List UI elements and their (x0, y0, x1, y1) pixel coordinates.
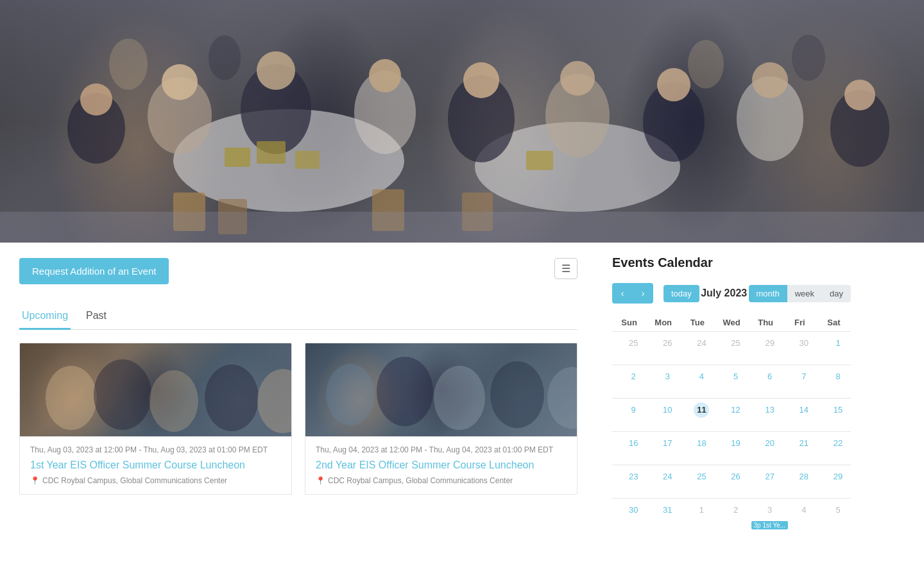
event-card-2[interactable]: Thu, Aug 04, 2023 at 12:00 PM - Thu, Aug… (305, 343, 578, 495)
cal-day-3-4[interactable]: 20 (749, 432, 783, 465)
calendar-day-view-button[interactable]: day (822, 285, 851, 302)
cal-day-0-6[interactable]: 1 (817, 332, 851, 365)
location-icon-1: 📍 (30, 476, 40, 485)
svg-point-29 (209, 35, 241, 80)
list-view-button[interactable]: ☰ (554, 258, 578, 279)
svg-rect-26 (295, 151, 320, 169)
svg-point-30 (688, 40, 724, 89)
calendar-section: Events Calendar ‹ › today July 2023 mont… (597, 243, 866, 545)
cal-day-3-0[interactable]: 16 (612, 432, 646, 465)
svg-rect-24 (225, 148, 250, 167)
cal-day-5-1[interactable]: 31 (646, 499, 680, 532)
cal-day-3-5[interactable]: 21 (783, 432, 817, 465)
event-card-1[interactable]: Thu, Aug 03, 2023 at 12:00 PM - Thu, Aug… (19, 343, 292, 495)
svg-point-39 (377, 357, 433, 426)
svg-rect-32 (0, 212, 924, 243)
cal-day-5-3[interactable]: 2 (714, 499, 748, 532)
svg-point-15 (463, 62, 499, 98)
cal-day-4-1[interactable]: 24 (646, 465, 680, 499)
event-title-2[interactable]: 2nd Year EIS Officer Summer Course Lunch… (316, 459, 567, 471)
cal-day-4-4[interactable]: 27 (749, 465, 783, 499)
cal-day-0-5[interactable]: 30 (783, 332, 817, 365)
cal-day-1-4[interactable]: 6 (749, 365, 783, 399)
calendar-prev-button[interactable]: ‹ (612, 283, 633, 304)
cal-day-2-3[interactable]: 12 (714, 399, 748, 432)
cal-day-5-4[interactable]: 33p 1st Ye... (749, 499, 783, 532)
calendar-month-view-button[interactable]: month (749, 285, 787, 302)
cal-header-sun: Sun (612, 314, 646, 332)
cal-day-0-0[interactable]: 25 (612, 332, 646, 365)
calendar-nav: ‹ › (612, 283, 653, 304)
cal-day-4-5[interactable]: 28 (783, 465, 817, 499)
cal-day-5-2[interactable]: 1 (680, 499, 714, 532)
cal-day-2-6[interactable]: 15 (817, 399, 851, 432)
cal-day-1-6[interactable]: 8 (817, 365, 851, 399)
svg-point-31 (792, 35, 825, 81)
list-icon: ☰ (561, 263, 570, 274)
svg-rect-27 (526, 151, 553, 170)
cal-day-3-1[interactable]: 17 (646, 432, 680, 465)
cal-day-2-0[interactable]: 9 (612, 399, 646, 432)
cal-header-sat: Sat (817, 314, 851, 332)
event-title-1[interactable]: 1st Year EIS Officer Summer Course Lunch… (30, 459, 281, 471)
cal-day-0-4[interactable]: 29 (749, 332, 783, 365)
cal-day-4-3[interactable]: 26 (714, 465, 748, 499)
calendar-today-button[interactable]: today (663, 285, 699, 302)
svg-point-36 (205, 364, 259, 431)
svg-point-38 (326, 364, 375, 425)
cal-day-3-3[interactable]: 19 (714, 432, 748, 465)
location-icon-2: 📍 (316, 476, 325, 485)
event-info-2: Thu, Aug 04, 2023 at 12:00 PM - Thu, Aug… (305, 436, 577, 494)
cal-header-wed: Wed (714, 314, 748, 332)
svg-point-13 (369, 59, 401, 92)
cal-day-5-5[interactable]: 4 (783, 499, 817, 532)
calendar-title: Events Calendar (612, 255, 851, 270)
cal-day-2-1[interactable]: 10 (646, 399, 680, 432)
cal-day-0-1[interactable]: 26 (646, 332, 680, 365)
cal-day-2-2[interactable]: 11 (680, 399, 714, 432)
calendar-week-view-button[interactable]: week (787, 285, 822, 302)
cal-day-1-0[interactable]: 2 (612, 365, 646, 399)
svg-point-37 (257, 369, 291, 433)
cal-day-5-6[interactable]: 5 (817, 499, 851, 532)
cal-day-3-2[interactable]: 18 (680, 432, 714, 465)
calendar-month-label: July 2023 (701, 287, 747, 299)
cal-day-1-3[interactable]: 5 (714, 365, 748, 399)
svg-point-35 (150, 370, 198, 432)
events-grid: Thu, Aug 03, 2023 at 12:00 PM - Thu, Aug… (19, 343, 578, 495)
cal-day-2-4[interactable]: 13 (749, 399, 783, 432)
event-location-2: 📍 CDC Roybal Campus, Global Communicatio… (316, 476, 567, 485)
cal-day-1-5[interactable]: 7 (783, 365, 817, 399)
tab-upcoming[interactable]: Upcoming (19, 304, 71, 330)
cal-day-0-2[interactable]: 24 (680, 332, 714, 365)
event-info-1: Thu, Aug 03, 2023 at 12:00 PM - Thu, Aug… (20, 436, 291, 494)
calendar-header: ‹ › today July 2023 month week day (612, 283, 851, 304)
svg-rect-25 (257, 141, 286, 164)
svg-point-34 (94, 359, 151, 430)
svg-point-11 (257, 51, 295, 90)
cal-day-5-0[interactable]: 30 (612, 499, 646, 532)
svg-point-40 (434, 366, 485, 430)
tab-past[interactable]: Past (83, 304, 109, 330)
cal-day-4-0[interactable]: 23 (612, 465, 646, 499)
svg-point-19 (657, 68, 690, 101)
cal-day-4-2[interactable]: 25 (680, 465, 714, 499)
svg-point-7 (80, 83, 112, 116)
cal-day-1-2[interactable]: 4 (680, 365, 714, 399)
calendar-next-button[interactable]: › (633, 283, 653, 304)
cal-day-3-6[interactable]: 22 (817, 432, 851, 465)
request-event-button[interactable]: Request Addition of an Event (19, 258, 169, 284)
cal-day-0-3[interactable]: 25 (714, 332, 748, 365)
svg-point-23 (844, 80, 875, 110)
cal-day-4-6[interactable]: 29 (817, 465, 851, 499)
event-location-1: 📍 CDC Roybal Campus, Global Communicatio… (30, 476, 281, 485)
cal-day-1-1[interactable]: 3 (646, 365, 680, 399)
event-thumb-2 (305, 343, 577, 436)
calendar-view-buttons: month week day (749, 285, 851, 302)
svg-point-41 (490, 361, 544, 428)
cal-header-fri: Fri (783, 314, 817, 332)
cal-header-tue: Tue (680, 314, 714, 332)
cal-header-thu: Thu (749, 314, 783, 332)
cal-day-2-5[interactable]: 14 (783, 399, 817, 432)
svg-point-28 (109, 39, 148, 90)
